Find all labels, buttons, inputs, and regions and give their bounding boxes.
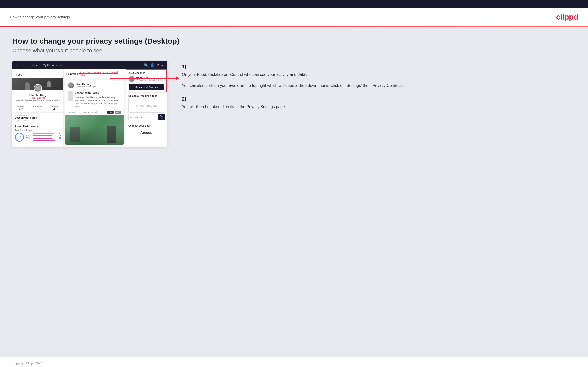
post-header: Blair McHarg Yesterday · Sunningdale <box>65 80 124 90</box>
bar-app: APP 85 <box>26 135 61 137</box>
quality-bars: OTT 90 APP 85 <box>26 133 61 142</box>
following-label: Following <box>50 105 58 107</box>
control-privacy-link[interactable]: Control who can see your activity and da… <box>80 71 123 76</box>
user-icon[interactable]: 👤 <box>150 63 154 67</box>
following-value: 4 <box>50 107 58 111</box>
tag-app: APP <box>115 111 121 114</box>
quality-label: Total Player Quality <box>15 129 61 131</box>
feed-header: Following ▾ Control who can see your act… <box>64 69 126 78</box>
activities-label: Activities <box>17 105 25 107</box>
latest-name: Lesson with Fordy <box>15 116 61 119</box>
coaches-title: Your Coaches <box>129 72 164 74</box>
instruction-1-text: On your Feed, click/tap on 'Control who … <box>182 71 576 78</box>
connect-section: Connect your data Arccos <box>126 122 167 139</box>
footer: Copyright Clippd 2022 <box>0 357 588 367</box>
post-avatar <box>68 82 74 88</box>
post-desc: Looking to feel like my hands are exitin… <box>75 95 121 110</box>
trackman-input[interactable] <box>128 114 157 120</box>
content-layout: clippd Home My Performance 🔍 👤 ⊕ ● Feed <box>12 61 576 147</box>
arrow-line <box>110 78 179 79</box>
post-duration: Duration 01 hr : 30 min OTT APP <box>65 110 124 115</box>
app-logo: clippd <box>16 63 25 67</box>
post-title: Lesson with Fordy <box>75 90 121 95</box>
trackman-placeholder: Trackman Link <box>128 99 164 113</box>
trackman-input-row: Add Link <box>128 114 164 120</box>
plus-icon[interactable]: ⊕ <box>156 63 159 67</box>
instruction-1-number: 1) <box>182 64 576 69</box>
app-navbar: clippd Home My Performance 🔍 👤 ⊕ ● <box>12 61 167 69</box>
duration-value: 01 hr : 30 min <box>84 111 98 114</box>
add-link-button[interactable]: Add Link <box>158 114 165 120</box>
activities-value: 131 <box>17 107 25 111</box>
feed-tab[interactable]: Feed <box>12 72 63 78</box>
app-sidebar: Feed <box>12 69 64 147</box>
followers-value: 3 <box>33 107 42 111</box>
coaches-highlight-box: Your Coaches David Ford 📍 Royal North De… <box>126 69 167 92</box>
connect-title: Connect your data <box>128 124 164 127</box>
arccos-logo: Arccos <box>128 129 164 137</box>
copyright-text: Copyright Clippd 2022 <box>12 362 42 365</box>
stat-followers: Followers 3 <box>33 105 42 111</box>
bar-arg: ARG 86 <box>26 137 61 139</box>
stat-activities: Activities 131 <box>17 105 25 111</box>
app-feed: Following ▾ Control who can see your act… <box>64 69 126 147</box>
following-button[interactable]: Following ▾ <box>66 72 80 75</box>
latest-date: 03 Aug 2022 <box>15 119 61 121</box>
coaches-section: Your Coaches David Ford 📍 Royal North De… <box>126 70 166 92</box>
screenshot-wrapper: clippd Home My Performance 🔍 👤 ⊕ ● Feed <box>12 61 167 147</box>
app-nav-performance[interactable]: My Performance <box>43 64 63 67</box>
instructions-panel: 1) On your Feed, click/tap on 'Control w… <box>177 61 576 118</box>
player-performance: Player Performance Total Player Quality … <box>12 123 63 144</box>
coach-info: David Ford 📍 Royal North Devon Golf Club <box>136 77 161 81</box>
instruction-2-text: You will then be taken directly to the P… <box>182 104 576 110</box>
profile-handicap: Plus Handicap <box>14 97 61 99</box>
instruction-1: 1) On your Feed, click/tap on 'Control w… <box>182 64 576 89</box>
duration-label: Duration <box>68 111 75 113</box>
post-meta: Yesterday · Sunningdale <box>76 86 97 88</box>
post-author-info: Blair McHarg Yesterday · Sunningdale <box>76 83 97 88</box>
quality-score: 92 <box>15 133 24 142</box>
avatar-icon[interactable]: ● <box>161 63 163 67</box>
app-nav-icons: 🔍 👤 ⊕ ● <box>144 63 163 67</box>
post-tags: OTT APP <box>107 111 121 114</box>
stat-following: Following 4 <box>50 105 58 111</box>
profile-club: Royal North Devon Golf Club, United King… <box>14 99 61 102</box>
app-screenshot: clippd Home My Performance 🔍 👤 ⊕ ● Feed <box>12 61 167 147</box>
manage-coaches-button[interactable]: Manage Your Coaches <box>129 84 164 90</box>
profile-name: Blair McHarg <box>14 94 61 97</box>
trackman-title: Upload a Trackman Test <box>128 95 164 97</box>
post-author-name: Blair McHarg <box>76 83 97 86</box>
main-content: How to change your privacy settings (Des… <box>0 27 588 357</box>
profile-avatar <box>34 84 42 92</box>
app-right-panel: Your Coaches David Ford 📍 Royal North De… <box>126 69 167 147</box>
clippd-logo: clippd <box>556 12 578 22</box>
arrow-head <box>176 76 179 80</box>
profile-stats: Activities 131 Followers 3 Following 4 <box>12 104 63 113</box>
coach-name: David Ford <box>136 77 161 79</box>
app-body: Feed <box>12 69 167 147</box>
post-image <box>65 115 124 145</box>
page-heading: How to change your privacy settings (Des… <box>12 37 576 45</box>
perf-title: Player Performance <box>15 125 61 128</box>
browser-title: How to change your privacy settings <box>10 15 70 19</box>
coach-item: David Ford 📍 Royal North Devon Golf Club <box>129 76 164 82</box>
search-icon[interactable]: 🔍 <box>144 63 148 67</box>
bar-putt: PUTT 96 <box>26 139 61 141</box>
bar-ott: OTT 90 <box>26 133 61 134</box>
instruction-1-extra: You can also click on your avatar in the… <box>182 82 576 89</box>
top-bar <box>0 0 588 8</box>
coach-club-icon: 📍 Royal North Devon Golf Club <box>136 79 161 81</box>
latest-label: Latest Activity <box>15 114 61 116</box>
quality-row: 92 OTT 90 APP <box>15 133 61 142</box>
feed-post: Blair McHarg Yesterday · Sunningdale Les… <box>65 80 124 145</box>
tag-ott: OTT <box>107 111 114 114</box>
instruction-2: 2) You will then be taken directly to th… <box>182 96 576 110</box>
coach-avatar <box>129 76 135 82</box>
page-subheading: Choose what you want people to see <box>12 47 576 54</box>
app-nav-home[interactable]: Home <box>30 64 38 67</box>
instruction-2-number: 2) <box>182 96 576 102</box>
followers-label: Followers <box>33 105 42 107</box>
latest-activity: Latest Activity Lesson with Fordy 03 Aug… <box>12 113 63 123</box>
trackman-section: Upload a Trackman Test Trackman Link Add… <box>126 92 167 122</box>
header: How to change your privacy settings clip… <box>0 8 588 26</box>
